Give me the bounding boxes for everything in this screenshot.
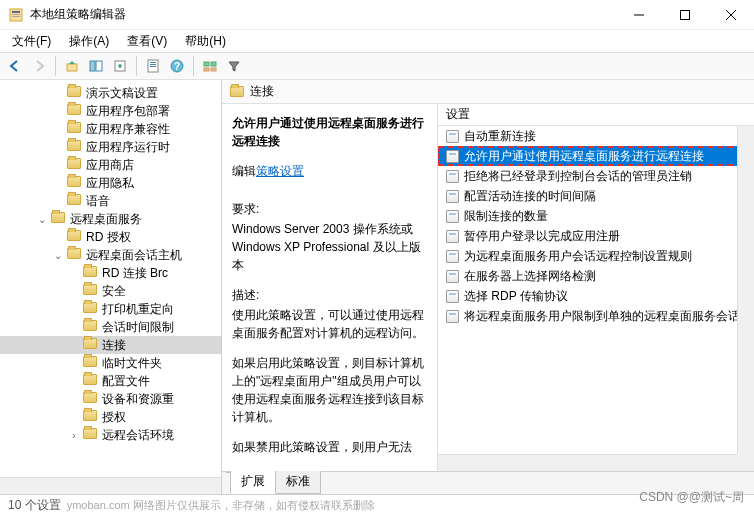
tree-label: 远程会话环境 <box>102 427 174 444</box>
tree-node[interactable]: 连接 <box>0 336 221 354</box>
tree-node[interactable]: ⌄远程桌面会话主机 <box>0 246 221 264</box>
window-controls <box>616 0 754 30</box>
list-item-label: 配置活动连接的时间间隔 <box>464 188 596 205</box>
tree-node[interactable]: RD 授权 <box>0 228 221 246</box>
tree-node[interactable]: 应用商店 <box>0 156 221 174</box>
policy-settings-link[interactable]: 策略设置 <box>256 162 304 180</box>
folder-icon <box>83 338 99 352</box>
folder-icon <box>67 176 83 190</box>
tree-node[interactable]: 打印机重定向 <box>0 300 221 318</box>
tree-label: 应用程序包部署 <box>86 103 170 120</box>
menu-action[interactable]: 操作(A) <box>61 31 117 52</box>
tab-extended[interactable]: 扩展 <box>230 471 276 494</box>
folder-icon <box>67 248 83 262</box>
collapse-icon[interactable]: ⌄ <box>36 214 48 225</box>
tree-label: 会话时间限制 <box>102 319 174 336</box>
tree-node[interactable]: RD 连接 Brc <box>0 264 221 282</box>
tree-node[interactable]: 应用程序兼容性 <box>0 120 221 138</box>
description-label: 描述: <box>232 286 427 304</box>
list-item[interactable]: 选择 RDP 传输协议 <box>438 286 754 306</box>
folder-icon <box>67 140 83 154</box>
minimize-button[interactable] <box>616 0 662 30</box>
list-item[interactable]: 限制连接的数量 <box>438 206 754 226</box>
menu-help[interactable]: 帮助(H) <box>177 31 234 52</box>
tree-node[interactable]: 应用隐私 <box>0 174 221 192</box>
tree-node[interactable]: 临时文件夹 <box>0 354 221 372</box>
tree-node[interactable]: 会话时间限制 <box>0 318 221 336</box>
detail-panel: 连接 允许用户通过使用远程桌面服务进行远程连接 编辑策略设置 要求: Windo… <box>222 80 754 494</box>
content-area: 演示文稿设置应用程序包部署应用程序兼容性应用程序运行时应用商店应用隐私语音⌄远程… <box>0 80 754 494</box>
list-horizontal-scrollbar[interactable] <box>438 454 737 471</box>
tree-label: RD 连接 Brc <box>102 265 168 282</box>
list-item[interactable]: 将远程桌面服务用户限制到单独的远程桌面服务会话 <box>438 306 754 326</box>
folder-icon <box>83 320 99 334</box>
svg-rect-1 <box>12 11 20 13</box>
tree-label: RD 授权 <box>86 229 131 246</box>
tree-node[interactable]: 配置文件 <box>0 372 221 390</box>
show-hide-tree-button[interactable] <box>85 55 107 77</box>
filter-all-button[interactable] <box>199 55 221 77</box>
tree-label: 语音 <box>86 193 110 210</box>
svg-rect-13 <box>150 62 156 63</box>
settings-list-panel: 设置 自动重新连接允许用户通过使用远程桌面服务进行远程连接拒绝将已经登录到控制台… <box>438 104 754 471</box>
watermark-left: ymoban.com 网络图片仅供展示，非存储，如有侵权请联系删除 <box>67 499 375 511</box>
close-button[interactable] <box>708 0 754 30</box>
list-vertical-scrollbar[interactable] <box>737 126 754 454</box>
detail-body: 允许用户通过使用远程桌面服务进行远程连接 编辑策略设置 要求: Windows … <box>222 104 754 471</box>
tree-node[interactable]: 应用程序包部署 <box>0 102 221 120</box>
refresh-button[interactable] <box>142 55 164 77</box>
filter-button[interactable] <box>223 55 245 77</box>
tree-node[interactable]: 演示文稿设置 <box>0 84 221 102</box>
expand-icon[interactable]: › <box>68 430 80 441</box>
tree-node[interactable]: ⌄远程桌面服务 <box>0 210 221 228</box>
description-para: 如果启用此策略设置，则目标计算机上的"远程桌面用户"组成员用户可以使用远程桌面服… <box>232 354 427 426</box>
list-item[interactable]: 暂停用户登录以完成应用注册 <box>438 226 754 246</box>
help-button[interactable]: ? <box>166 55 188 77</box>
list-item[interactable]: 拒绝将已经登录到控制台会话的管理员注销 <box>438 166 754 186</box>
collapse-icon[interactable]: ⌄ <box>52 250 64 261</box>
policy-icon <box>444 288 460 304</box>
menu-view[interactable]: 查看(V) <box>119 31 175 52</box>
list-item[interactable]: 为远程桌面服务用户会话远程控制设置规则 <box>438 246 754 266</box>
policy-icon <box>444 128 460 144</box>
list-column-header[interactable]: 设置 <box>438 104 754 126</box>
tree-label: 设备和资源重 <box>102 391 174 408</box>
back-button[interactable] <box>4 55 26 77</box>
up-button[interactable] <box>61 55 83 77</box>
description-para: 如果禁用此策略设置，则用户无法 <box>232 438 427 456</box>
export-button[interactable] <box>109 55 131 77</box>
settings-list[interactable]: 自动重新连接允许用户通过使用远程桌面服务进行远程连接拒绝将已经登录到控制台会话的… <box>438 126 754 471</box>
list-item-label: 选择 RDP 传输协议 <box>464 288 568 305</box>
list-item[interactable]: 允许用户通过使用远程桌面服务进行远程连接 <box>438 146 754 166</box>
tree-node[interactable]: ›远程会话环境 <box>0 426 221 444</box>
list-item[interactable]: 在服务器上选择网络检测 <box>438 266 754 286</box>
tree-panel[interactable]: 演示文稿设置应用程序包部署应用程序兼容性应用程序运行时应用商店应用隐私语音⌄远程… <box>0 80 222 494</box>
list-item-label: 暂停用户登录以完成应用注册 <box>464 228 620 245</box>
menu-file[interactable]: 文件(F) <box>4 31 59 52</box>
svg-rect-9 <box>90 61 95 71</box>
folder-icon <box>83 266 99 280</box>
toolbar: ? <box>0 52 754 80</box>
list-item[interactable]: 配置活动连接的时间间隔 <box>438 186 754 206</box>
tab-standard[interactable]: 标准 <box>275 471 321 494</box>
tree-node[interactable]: 安全 <box>0 282 221 300</box>
toolbar-separator <box>136 56 137 76</box>
list-item-label: 允许用户通过使用远程桌面服务进行远程连接 <box>464 148 704 165</box>
detail-header-title: 连接 <box>250 83 274 100</box>
list-item[interactable]: 自动重新连接 <box>438 126 754 146</box>
maximize-button[interactable] <box>662 0 708 30</box>
app-icon <box>8 7 24 23</box>
list-item-label: 拒绝将已经登录到控制台会话的管理员注销 <box>464 168 692 185</box>
svg-rect-2 <box>12 14 20 15</box>
selected-policy-title: 允许用户通过使用远程桌面服务进行远程连接 <box>232 114 427 150</box>
folder-icon <box>230 86 244 97</box>
tree-node[interactable]: 语音 <box>0 192 221 210</box>
tree-node[interactable]: 应用程序运行时 <box>0 138 221 156</box>
tree-node[interactable]: 授权 <box>0 408 221 426</box>
svg-rect-5 <box>681 10 690 19</box>
list-item-label: 为远程桌面服务用户会话远程控制设置规则 <box>464 248 692 265</box>
forward-button[interactable] <box>28 55 50 77</box>
tree-node[interactable]: 设备和资源重 <box>0 390 221 408</box>
tree-label: 临时文件夹 <box>102 355 162 372</box>
tree-horizontal-scrollbar[interactable] <box>0 477 221 494</box>
